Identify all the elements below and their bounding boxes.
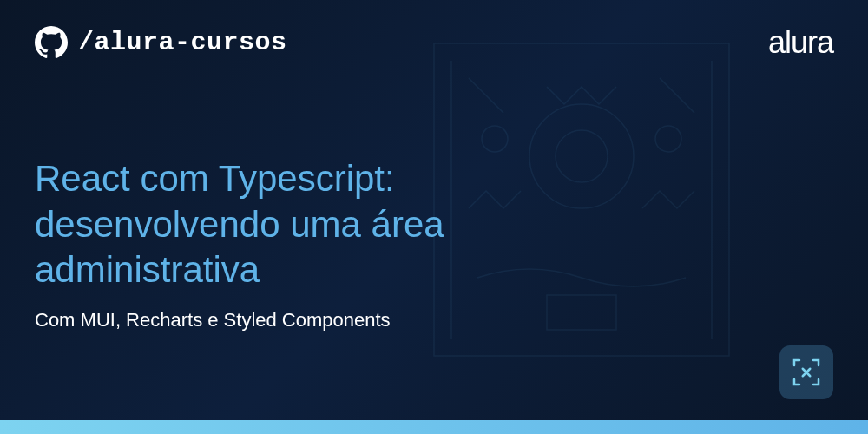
github-icon xyxy=(35,26,68,59)
corner-badge-icon xyxy=(779,345,833,399)
header: /alura-cursos alura xyxy=(0,0,868,61)
brand-logo: alura xyxy=(768,24,833,61)
bottom-accent-bar xyxy=(0,420,868,434)
repo-name: /alura-cursos xyxy=(78,28,287,57)
github-section: /alura-cursos xyxy=(35,26,287,59)
page-title: React com Typescript: desenvolvendo uma … xyxy=(35,156,556,293)
svg-point-4 xyxy=(655,126,681,152)
content: React com Typescript: desenvolvendo uma … xyxy=(0,61,590,332)
page-subtitle: Com MUI, Recharts e Styled Components xyxy=(35,309,556,332)
